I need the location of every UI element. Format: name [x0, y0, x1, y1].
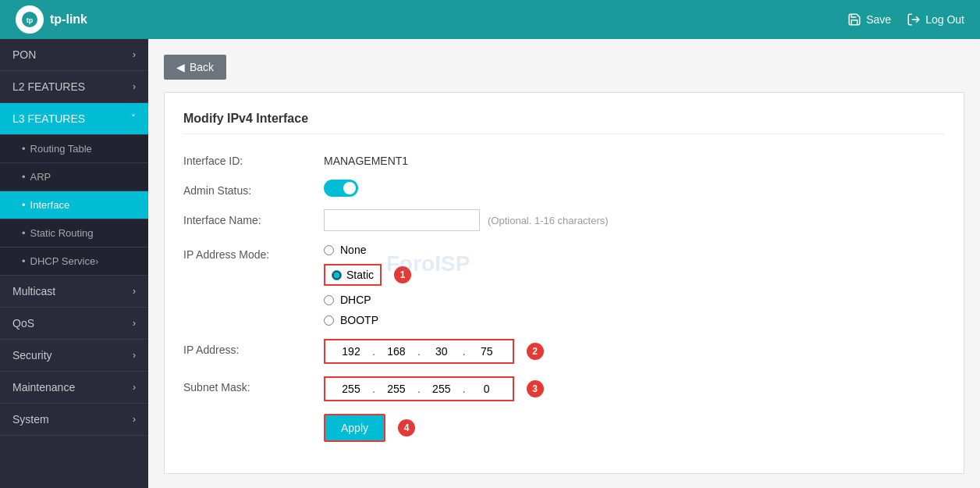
chevron-right-icon: › — [133, 382, 136, 393]
subnet-mask-label: Subnet Mask: — [183, 376, 324, 394]
sidebar-item-arp[interactable]: ARP — [0, 163, 148, 191]
chevron-down-icon: ˅ — [131, 113, 136, 124]
back-button[interactable]: ◀ Back — [164, 55, 226, 80]
card-title: Modify IPv4 Interface — [183, 112, 945, 134]
toggle-knob — [343, 182, 356, 194]
radio-bootp-input[interactable] — [324, 315, 334, 326]
sidebar-item-system[interactable]: System › — [0, 404, 148, 436]
subnet-octet1[interactable] — [332, 379, 371, 398]
radio-dhcp-input[interactable] — [324, 295, 334, 305]
logo: tp tp-link — [16, 5, 87, 34]
apply-button[interactable]: Apply — [324, 414, 385, 442]
subnet-dot3: . — [461, 383, 467, 395]
sidebar-item-multicast[interactable]: Multicast › — [0, 276, 148, 308]
radio-dhcp[interactable]: DHCP — [324, 294, 411, 306]
interface-id-label: Interface ID: — [183, 150, 324, 167]
radio-none-label: None — [340, 244, 366, 256]
sidebar-item-l2features[interactable]: L2 FEATURES › — [0, 71, 148, 103]
ip-mode-label: IP Address Mode: — [183, 244, 324, 261]
ip-mode-radio-group: None Static 1 DH — [324, 244, 411, 326]
subnet-octet3[interactable] — [422, 379, 461, 398]
subnet-mask-group: . . . — [324, 376, 514, 401]
sidebar-item-static-routing[interactable]: Static Routing — [0, 219, 148, 248]
apply-row: Apply 4 — [183, 414, 945, 442]
badge-apply: 4 — [398, 419, 415, 436]
radio-dhcp-label: DHCP — [340, 294, 371, 306]
subnet-dot2: . — [416, 383, 422, 395]
logout-button[interactable]: Log Out — [907, 12, 964, 27]
badge-subnet-mask: 3 — [527, 380, 544, 397]
sidebar-sub-l3: Routing Table ARP Interface Static Routi… — [0, 135, 148, 276]
save-button[interactable]: Save — [847, 12, 891, 27]
ip-dot2: . — [416, 345, 422, 358]
chevron-right-icon: › — [133, 286, 136, 297]
interface-name-row: Interface Name: (Optional. 1-16 characte… — [183, 209, 945, 231]
sidebar-item-routing[interactable]: Routing Table — [0, 135, 148, 163]
radio-none-input[interactable] — [324, 245, 334, 255]
chevron-right-icon: › — [95, 256, 98, 267]
chevron-right-icon: › — [133, 49, 136, 60]
ip-address-row: IP Address: . . . 2 — [183, 339, 945, 364]
radio-bootp[interactable]: BOOTP — [324, 314, 411, 326]
radio-none[interactable]: None — [324, 244, 411, 256]
chevron-right-icon: › — [133, 318, 136, 329]
subnet-mask-row: Subnet Mask: . . . 3 — [183, 376, 945, 401]
interface-id-row: Interface ID: MANAGEMENT1 — [183, 150, 945, 167]
ip-octet2[interactable] — [377, 342, 416, 361]
admin-status-label: Admin Status: — [183, 180, 324, 197]
save-icon — [847, 12, 861, 27]
header-actions: Save Log Out — [847, 12, 964, 27]
interface-name-input[interactable] — [324, 209, 480, 231]
ip-dot3: . — [461, 345, 467, 358]
sidebar-item-qos[interactable]: QoS › — [0, 308, 148, 340]
svg-text:tp: tp — [27, 16, 34, 24]
ip-address-label: IP Address: — [183, 339, 324, 356]
sidebar-item-l3features[interactable]: L3 FEATURES ˅ — [0, 103, 148, 135]
ip-octet1[interactable] — [332, 342, 371, 361]
subnet-octet4[interactable] — [467, 379, 506, 398]
subnet-dot1: . — [371, 383, 377, 395]
logout-icon — [907, 12, 921, 27]
radio-bootp-label: BOOTP — [340, 314, 378, 326]
radio-static-input[interactable] — [332, 270, 342, 280]
interface-name-label: Interface Name: — [183, 209, 324, 226]
chevron-right-icon: › — [133, 350, 136, 361]
logo-text: tp-link — [50, 12, 87, 27]
static-radio-box: Static — [324, 264, 382, 286]
ip-address-inputs: . . . 2 — [324, 339, 544, 364]
subnet-octet2[interactable] — [377, 379, 416, 398]
sidebar-item-maintenance[interactable]: Maintenance › — [0, 372, 148, 404]
modify-ipv4-card: Modify IPv4 Interface Interface ID: MANA… — [164, 92, 964, 474]
radio-static[interactable]: Static 1 — [324, 264, 411, 286]
admin-status-row: Admin Status: — [183, 180, 945, 197]
logo-icon: tp — [16, 5, 44, 34]
subnet-mask-inputs: . . . 3 — [324, 376, 544, 401]
interface-name-hint: (Optional. 1-16 characters) — [488, 215, 609, 226]
badge-static: 1 — [394, 266, 411, 283]
ip-octet4[interactable] — [467, 342, 506, 361]
radio-static-label: Static — [346, 269, 374, 281]
main-content: ◀ Back Modify IPv4 Interface Interface I… — [148, 39, 980, 488]
ip-mode-row: IP Address Mode: None Static — [183, 244, 945, 326]
admin-status-toggle[interactable] — [324, 180, 358, 197]
chevron-right-icon: › — [133, 81, 136, 92]
sidebar-item-interface[interactable]: Interface — [0, 191, 148, 219]
interface-id-value: MANAGEMENT1 — [324, 150, 408, 167]
sidebar-item-dhcp-service[interactable]: DHCP Service › — [0, 248, 148, 276]
ip-dot1: . — [371, 345, 377, 358]
sidebar: PON › L2 FEATURES › L3 FEATURES ˅ Routin… — [0, 39, 148, 488]
apply-spacer — [183, 414, 324, 419]
ip-address-group: . . . — [324, 339, 514, 364]
sidebar-item-pon[interactable]: PON › — [0, 39, 148, 71]
header: tp tp-link Save Log Out — [0, 0, 980, 39]
layout: PON › L2 FEATURES › L3 FEATURES ˅ Routin… — [0, 39, 980, 488]
sidebar-item-security[interactable]: Security › — [0, 340, 148, 372]
chevron-right-icon: › — [133, 414, 136, 425]
badge-ip-address: 2 — [527, 343, 544, 360]
ip-octet3[interactable] — [422, 342, 461, 361]
